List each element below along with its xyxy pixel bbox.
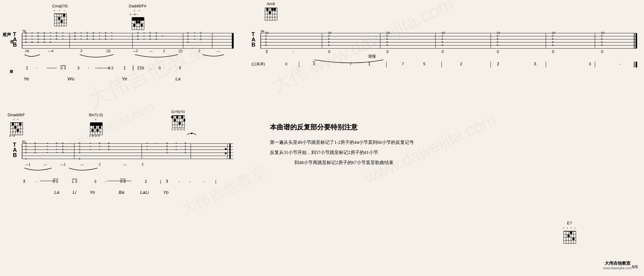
svg-text:-: -	[47, 66, 48, 70]
svg-text:×: ×	[47, 142, 48, 145]
svg-text:×: ×	[99, 37, 100, 40]
svg-text:2: 2	[149, 37, 151, 40]
svg-point-309	[225, 148, 227, 150]
svg-point-260	[19, 123, 21, 125]
svg-text:3: 3	[166, 148, 168, 151]
svg-text:2: 2	[187, 40, 189, 44]
svg-text:×: ×	[80, 37, 82, 40]
svg-text:5: 5	[56, 37, 57, 40]
svg-text:×: ×	[47, 148, 48, 151]
svg-point-399	[572, 238, 575, 240]
svg-rect-30	[132, 18, 144, 21]
svg-text:3̃: 3̃	[23, 179, 25, 184]
svg-text:2: 2	[155, 37, 157, 40]
svg-text:×: ×	[99, 148, 100, 151]
chord-grid-cmaj7g	[53, 13, 67, 27]
svg-text:3: 3	[77, 66, 79, 70]
svg-text:3: 3	[166, 145, 168, 148]
svg-text:0: 0	[386, 34, 388, 37]
svg-point-259	[17, 129, 19, 132]
svg-text:0: 0	[159, 66, 161, 70]
svg-text:0: 0	[34, 142, 36, 145]
svg-text:1–3–2–4: 1–3–2–4	[89, 134, 100, 137]
svg-text:2: 2	[200, 37, 201, 40]
svg-text:3̃: 3̃	[166, 179, 168, 184]
footer: 大伟吉他教室 www.daweijita.com	[603, 261, 632, 270]
svg-text:2̂: 2̂	[497, 62, 499, 66]
svg-text:0: 0	[185, 151, 186, 154]
svg-text:5: 5	[56, 34, 57, 37]
svg-text:3: 3	[25, 148, 27, 151]
svg-point-275	[94, 126, 96, 128]
svg-text:×: ×	[111, 34, 113, 37]
svg-text:3: 3	[25, 145, 27, 148]
svg-text:-: -	[99, 66, 100, 70]
svg-text:1  3: 1 3	[72, 179, 77, 184]
svg-text:3: 3	[62, 145, 63, 148]
svg-text:—: —	[80, 163, 84, 166]
svg-text:5: 5	[497, 40, 498, 44]
svg-text:0: 0	[25, 31, 27, 34]
svg-text:×: ×	[175, 145, 177, 148]
svg-point-34	[140, 24, 143, 26]
svg-text:0: 0	[25, 142, 27, 145]
svg-text:1: 1	[166, 151, 168, 154]
chord-cmaj7g: Cmaj7/G × × ○	[52, 4, 68, 28]
svg-text:0: 0	[137, 31, 139, 34]
svg-point-398	[570, 232, 572, 234]
svg-text:(口风琴): (口风琴)	[251, 62, 265, 66]
svg-text:×: ×	[31, 31, 33, 34]
svg-text:3: 3	[79, 151, 80, 154]
svg-text:-: -	[619, 62, 621, 66]
svg-text:0: 0	[497, 49, 499, 54]
svg-text:3: 3	[34, 145, 36, 148]
svg-point-17	[60, 20, 63, 23]
svg-text:×: ×	[56, 148, 57, 151]
lyric-ye2: Ye	[122, 76, 127, 81]
svg-text:3: 3	[185, 142, 186, 145]
svg-text:5: 5	[74, 34, 76, 37]
svg-text:0: 0	[265, 34, 267, 37]
svg-text:5: 5	[386, 37, 388, 40]
svg-point-16	[58, 17, 60, 20]
svg-text:×: ×	[99, 34, 100, 37]
chord-grid-dadd9fs	[131, 16, 145, 30]
svg-text:0: 0	[442, 49, 444, 54]
svg-text:2: 2	[155, 34, 157, 37]
svg-point-18	[63, 14, 65, 17]
svg-text:5: 5	[265, 40, 267, 44]
svg-text:—: —	[44, 163, 47, 166]
svg-text:×: ×	[194, 34, 195, 37]
tab-staff-bottom: T A B 81 0 0 × 0 0 3 3 × × 3	[13, 140, 234, 171]
jianpu-bottom: 3̃ - 0 2 1 3 3 - 0 6 2 | 3̃ - - - |	[13, 177, 234, 190]
svg-point-274	[91, 129, 94, 132]
chord-grid-dmadd9f: 2—4	[9, 121, 23, 137]
svg-text:0  6: 0 6	[120, 179, 126, 184]
svg-text:0: 0	[56, 31, 57, 34]
footer-brand: 大伟吉他教室	[603, 261, 632, 266]
text-line-1: 第一遍从头至40小节跳至标记了1-2房子的44小节直到66小节的反复记号	[270, 137, 448, 148]
svg-text:4: 4	[37, 37, 39, 40]
svg-text:×: ×	[50, 31, 51, 34]
svg-text:0: 0	[442, 34, 443, 37]
chord-name-cmaj7g: Cmaj7/G	[52, 4, 68, 8]
svg-point-293	[178, 122, 181, 125]
svg-text:(2): (2)	[178, 49, 182, 53]
svg-text:2̂1̂6: 2̂1̂6	[137, 66, 144, 70]
svg-text:0: 0	[601, 34, 603, 37]
svg-text:1–1–2–1–4: 1–1–2–1–4	[171, 128, 185, 131]
chord-name-dadd9fs: Dadd9/F#	[129, 4, 146, 8]
lyric-la: La	[175, 76, 181, 81]
svg-text:×: ×	[111, 31, 113, 34]
svg-text:0: 0	[31, 40, 33, 44]
svg-text:7: 7	[402, 62, 404, 66]
svg-text:3: 3	[108, 148, 109, 151]
svg-text:7: 7	[350, 62, 352, 66]
svg-text:×: ×	[90, 145, 91, 148]
svg-text:3: 3	[34, 151, 36, 154]
lyric-ye1: Ye	[24, 76, 29, 81]
svg-text:×: ×	[47, 145, 48, 148]
svg-point-160	[269, 11, 271, 14]
svg-text:5: 5	[44, 37, 45, 40]
svg-text:-: -	[293, 49, 294, 54]
